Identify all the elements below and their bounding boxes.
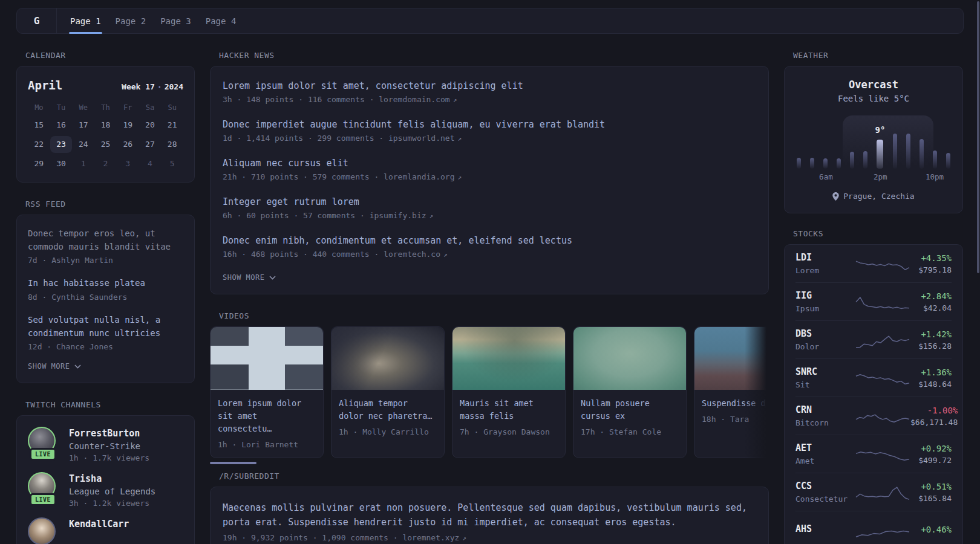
stock-name: Lorem bbox=[795, 266, 855, 275]
video-card[interactable]: Aliquam tempor dolor nec pharetra… 1h · … bbox=[331, 326, 445, 458]
dot-separator: · bbox=[155, 82, 165, 91]
weather-header: WEATHER bbox=[784, 51, 963, 60]
external-link-icon[interactable]: ↗ bbox=[455, 173, 462, 181]
twitch-channel[interactable]: LIVE KendallCarr bbox=[28, 517, 183, 544]
video-thumbnail bbox=[573, 327, 686, 390]
stock-row: SNRC Sit +1.36% $148.64 bbox=[795, 359, 952, 397]
external-link-icon[interactable]: ↗ bbox=[450, 96, 457, 104]
twitch-channel-meta: 3h · 1.2k viewers bbox=[69, 499, 155, 508]
weather-time-labels: 6am2pm10pm bbox=[797, 172, 950, 182]
calendar-day: 2 bbox=[94, 155, 117, 172]
rss-item-title-link[interactable]: Sed volutpat nulla nisl, a condimentum n… bbox=[28, 314, 183, 340]
calendar-day-header: We bbox=[72, 101, 94, 114]
rss-widget: Donec tempor eros leo, ut commodo mauris… bbox=[16, 215, 195, 383]
twitch-channel[interactable]: LIVE Trisha League of Legends 3h · 1.2k … bbox=[28, 472, 183, 508]
page: G Page 1Page 2Page 3Page 4 CALENDAR Apri… bbox=[0, 0, 980, 544]
rss-item: In hac habitasse platea 8d · Cynthia Sau… bbox=[28, 277, 183, 302]
live-badge: LIVE bbox=[30, 493, 56, 506]
video-card[interactable]: Suspendisse diam 18h · Tara bbox=[694, 326, 769, 458]
rss-show-more-button[interactable]: SHOW MORE bbox=[28, 362, 183, 371]
calendar-day: 25 bbox=[94, 136, 117, 153]
videos-scrollbar[interactable] bbox=[210, 462, 256, 464]
weather-bar bbox=[863, 151, 867, 169]
external-link-icon[interactable]: ↗ bbox=[455, 135, 462, 143]
hackernews-item-title-link[interactable]: Donec enim nibh, condimentum et accumsan… bbox=[223, 235, 756, 247]
weather-bar bbox=[906, 134, 910, 169]
nav-tab[interactable]: Page 2 bbox=[116, 8, 146, 33]
stock-symbol: SNRC bbox=[795, 366, 855, 378]
stock-name: Dolor bbox=[795, 342, 855, 351]
hackernews-item-meta-text: 21h · 710 points · 579 comments · loreml… bbox=[223, 172, 455, 181]
stock-change: -1.00% bbox=[910, 406, 958, 415]
stocks-widget: LDI Lorem +4.35% $795.18 IIG Ipsum bbox=[784, 244, 963, 544]
app-logo: G bbox=[17, 8, 57, 33]
stocks-header: STOCKS bbox=[784, 229, 963, 238]
stock-row: CRN Bitcorn -1.00% $66,171.48 bbox=[795, 397, 952, 435]
stock-price: $66,171.48 bbox=[910, 418, 958, 427]
video-thumbnail bbox=[211, 327, 323, 390]
stock-price: $499.72 bbox=[918, 456, 952, 465]
videos-header: VIDEOS bbox=[210, 311, 769, 320]
weather-time-label: 10pm bbox=[926, 172, 944, 181]
stock-row: AHS +0.46% bbox=[795, 511, 952, 544]
hackernews-show-more-button[interactable]: SHOW MORE bbox=[223, 273, 756, 282]
stock-symbol: IIG bbox=[795, 290, 855, 302]
calendar-day: 21 bbox=[161, 117, 183, 134]
rss-item-title-link[interactable]: In hac habitasse platea bbox=[28, 277, 183, 290]
hackernews-item-title-link[interactable]: Integer eget rutrum lorem bbox=[223, 196, 756, 209]
video-thumbnail bbox=[332, 327, 444, 390]
nav-tab[interactable]: Page 4 bbox=[206, 8, 237, 33]
weather-time-label: 6am bbox=[819, 172, 833, 181]
twitch-channel-meta: 1h · 1.7k viewers bbox=[69, 453, 149, 462]
rss-item-meta: 7d · Ashlyn Martin bbox=[28, 256, 183, 265]
stock-change: +1.42% bbox=[918, 329, 952, 339]
nav-tab[interactable]: Page 3 bbox=[160, 8, 191, 33]
location-pin-icon bbox=[832, 192, 839, 201]
video-card[interactable]: Nullam posuere cursus ex 17h · Stefan Co… bbox=[573, 326, 687, 458]
hackernews-item-title-link[interactable]: Lorem ipsum dolor sit amet, consectetur … bbox=[223, 80, 756, 92]
avatar bbox=[28, 517, 56, 544]
weather-bar bbox=[920, 139, 924, 169]
stock-name: Consectetur bbox=[795, 494, 855, 504]
left-column: CALENDAR April Week 17·2024 MoTuWeThFrSa… bbox=[16, 34, 195, 544]
twitch-channel[interactable]: LIVE ForrestBurton Counter-Strike 1h · 1… bbox=[28, 427, 183, 462]
calendar-month: April bbox=[28, 79, 62, 92]
video-card[interactable]: Lorem ipsum dolor sit amet consectetu… 1… bbox=[210, 326, 324, 458]
external-link-icon[interactable]: ↗ bbox=[440, 251, 448, 259]
external-link-icon[interactable]: ↗ bbox=[459, 534, 466, 542]
video-meta: 17h · Stefan Cole bbox=[581, 427, 679, 436]
external-link-icon[interactable]: ↗ bbox=[426, 212, 434, 220]
rss-item: Sed volutpat nulla nisl, a condimentum n… bbox=[28, 314, 183, 351]
hackernews-item: Integer eget rutrum lorem 6h · 60 points… bbox=[223, 196, 756, 220]
video-meta: 18h · Tara bbox=[702, 415, 769, 424]
stock-change: +0.92% bbox=[918, 444, 952, 453]
rss-list: Donec tempor eros leo, ut commodo mauris… bbox=[28, 227, 183, 351]
page-scrollbar[interactable] bbox=[977, 1, 979, 273]
video-card[interactable]: Mauris sit amet massa felis 7h · Grayson… bbox=[452, 326, 566, 458]
subreddit-item-title-link[interactable]: Maecenas mollis pulvinar erat non posuer… bbox=[223, 500, 756, 529]
hackernews-item-title-link[interactable]: Donec imperdiet augue tincidunt felis al… bbox=[223, 118, 756, 131]
calendar-day: 4 bbox=[139, 155, 162, 172]
calendar-year: 2024 bbox=[165, 82, 183, 91]
hackernews-item-meta-text: 6h · 60 points · 57 comments · ipsumify.… bbox=[223, 211, 426, 220]
nav-tab[interactable]: Page 1 bbox=[70, 8, 101, 33]
stock-symbol: CCS bbox=[795, 481, 855, 493]
calendar-day: 17 bbox=[72, 117, 94, 134]
twitch-channel-category: Counter-Strike bbox=[69, 441, 149, 451]
calendar-header: CALENDAR bbox=[16, 51, 195, 60]
subreddit-item-meta-text: 19h · 9,932 points · 1,090 comments · lo… bbox=[223, 533, 459, 542]
hackernews-item-meta: 16h · 468 points · 440 comments · loremt… bbox=[223, 250, 756, 259]
weather-bar bbox=[797, 158, 801, 169]
hackernews-item-title-link[interactable]: Aliquam nec cursus elit bbox=[223, 157, 756, 170]
weather-bar bbox=[946, 153, 950, 169]
calendar-day-header: Fr bbox=[117, 101, 139, 114]
rss-header: RSS FEED bbox=[16, 199, 195, 209]
nav-tab-label: Page 3 bbox=[160, 16, 191, 26]
subreddit-widget: Maecenas mollis pulvinar erat non posuer… bbox=[210, 487, 769, 544]
calendar-day: 27 bbox=[139, 136, 162, 153]
hackernews-item-meta-text: 16h · 468 points · 440 comments · loremt… bbox=[223, 250, 440, 259]
stock-symbol: LDI bbox=[795, 252, 855, 264]
rss-item-title-link[interactable]: Donec tempor eros leo, ut commodo mauris… bbox=[28, 227, 183, 253]
calendar-day: 26 bbox=[117, 136, 139, 153]
stock-name: Amet bbox=[795, 456, 855, 465]
